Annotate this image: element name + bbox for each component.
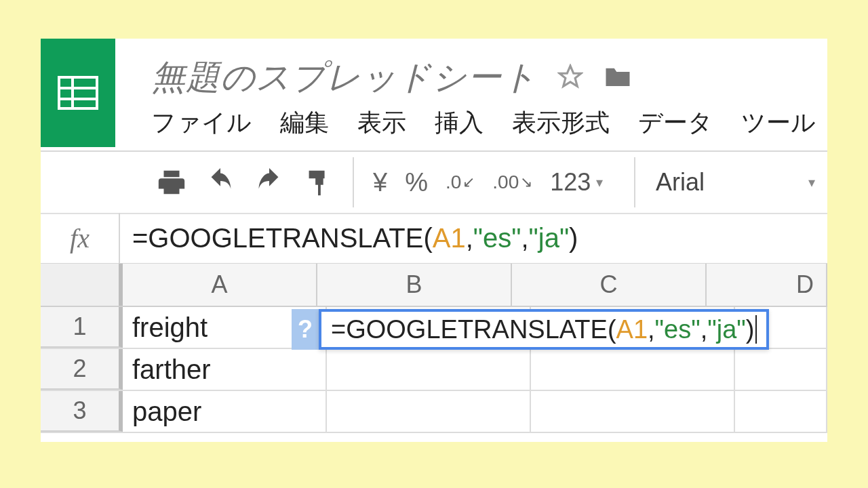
svg-marker-4 xyxy=(559,66,581,86)
currency-button[interactable]: ¥ xyxy=(373,168,387,197)
cell-B2[interactable] xyxy=(327,349,531,390)
increase-decimals-button[interactable]: .00↘ xyxy=(492,171,532,193)
grid-row: 2 farther xyxy=(41,349,827,391)
column-header-D[interactable]: D xyxy=(707,264,827,306)
font-family-dropdown[interactable]: Arial▾ xyxy=(656,152,815,213)
cell-A2[interactable]: farther xyxy=(123,349,327,390)
row-header-2[interactable]: 2 xyxy=(41,349,123,390)
decrease-decimals-button[interactable]: .0↙ xyxy=(446,171,475,193)
svg-rect-0 xyxy=(59,77,97,108)
paint-format-icon[interactable] xyxy=(302,167,334,198)
cell-B3[interactable] xyxy=(327,391,531,432)
menu-view[interactable]: 表示 xyxy=(357,106,406,140)
number-format-dropdown[interactable]: 123▾ xyxy=(550,168,603,197)
cell-C2[interactable] xyxy=(531,349,735,390)
percent-button[interactable]: % xyxy=(405,168,428,197)
menu-tools[interactable]: ツール xyxy=(741,106,816,140)
cell-D3[interactable] xyxy=(735,391,827,432)
menu-data[interactable]: データ xyxy=(638,106,713,140)
column-header-row: A B C D xyxy=(41,264,827,307)
fx-label: fx xyxy=(41,213,120,263)
select-all-corner[interactable] xyxy=(41,264,123,306)
doc-title[interactable]: 無題のスプレッドシート xyxy=(151,55,537,100)
app-window: 無題のスプレッドシート ファイル 編集 表示 挿入 表示形式 データ ツール xyxy=(41,39,827,442)
toolbar: ¥ % .0↙ .00↘ 123▾ Arial▾ xyxy=(41,150,827,214)
cell-A3[interactable]: paper xyxy=(123,391,327,432)
toolbar-separator xyxy=(634,157,635,207)
row-header-3[interactable]: 3 xyxy=(41,391,123,432)
formula-bar: fx =GOOGLETRANSLATE(A1,"es","ja") xyxy=(41,213,827,264)
cell-C3[interactable] xyxy=(531,391,735,432)
menu-file[interactable]: ファイル xyxy=(151,106,252,140)
menu-insert[interactable]: 挿入 xyxy=(435,106,484,140)
undo-icon[interactable] xyxy=(205,167,236,198)
formula-input[interactable]: =GOOGLETRANSLATE(A1,"es","ja") xyxy=(120,223,578,253)
column-header-C[interactable]: C xyxy=(512,264,707,306)
sheets-logo xyxy=(41,39,115,147)
redo-icon[interactable] xyxy=(254,167,285,198)
column-header-B[interactable]: B xyxy=(317,264,512,306)
cell-D2[interactable] xyxy=(735,349,827,390)
cell-editor-input[interactable]: =GOOGLETRANSLATE(A1,"es","ja") xyxy=(319,309,769,350)
row-header-1[interactable]: 1 xyxy=(41,307,123,348)
menu-edit[interactable]: 編集 xyxy=(280,106,329,140)
cell-editor[interactable]: ? =GOOGLETRANSLATE(A1,"es","ja") xyxy=(292,309,769,350)
grid-row: 3 paper xyxy=(41,391,827,433)
formula-help-icon[interactable]: ? xyxy=(292,309,319,350)
toolbar-separator xyxy=(353,157,354,207)
column-header-A[interactable]: A xyxy=(123,264,317,306)
star-icon[interactable] xyxy=(557,64,583,92)
text-cursor xyxy=(755,315,757,344)
menu-format[interactable]: 表示形式 xyxy=(512,106,610,140)
print-icon[interactable] xyxy=(156,167,187,198)
folder-icon[interactable] xyxy=(604,64,632,92)
menu-bar: ファイル 編集 表示 挿入 表示形式 データ ツール xyxy=(151,106,816,140)
